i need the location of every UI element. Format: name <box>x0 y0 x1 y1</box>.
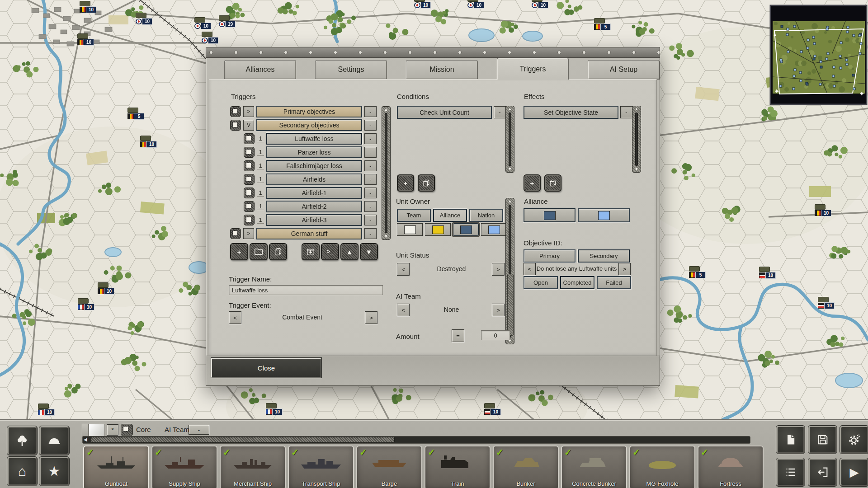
play-button[interactable]: ▶ <box>840 458 868 486</box>
scroll-up-icon[interactable]: ▲ <box>508 198 512 204</box>
terrain-tool-button[interactable] <box>7 426 37 455</box>
unit-card[interactable]: ✓ Bunker <box>493 446 559 488</box>
map-unit-marker[interactable]: 10 <box>194 23 211 29</box>
copy-trigger-button[interactable] <box>269 243 287 260</box>
map-unit-marker[interactable]: 10 <box>38 409 55 415</box>
dialog-tab[interactable]: Settings <box>315 60 387 80</box>
add-trigger-button[interactable]: + <box>230 243 248 260</box>
new-scenario-button[interactable] <box>776 426 805 454</box>
trigger-remove-button[interactable]: - <box>364 147 377 158</box>
owner-color-swatch-button[interactable] <box>481 223 507 236</box>
list-button[interactable] <box>776 458 805 486</box>
owner-color-swatch-button[interactable] <box>453 223 479 236</box>
settings-button[interactable] <box>840 426 868 454</box>
map-unit-marker[interactable]: 10 <box>98 288 114 294</box>
unit-owner-mode-button[interactable]: Nation <box>469 209 503 222</box>
flags-tool-button[interactable]: ★ <box>39 457 69 486</box>
trigger-remove-button[interactable]: - <box>364 174 377 185</box>
unit-card[interactable]: ✓ Barge <box>356 446 422 488</box>
trigger-name-bar[interactable]: German stuff <box>256 228 362 239</box>
ai-team-next-button[interactable]: > <box>492 304 505 316</box>
map-unit-marker[interactable]: 10 <box>77 39 94 45</box>
import-trigger-button[interactable] <box>302 243 320 260</box>
trigger-checkbox[interactable] <box>230 106 241 117</box>
dialog-tab[interactable]: Alliances <box>224 60 296 80</box>
scrollbar-thumb[interactable] <box>507 274 514 336</box>
map-unit-marker[interactable]: 10 <box>140 141 157 147</box>
objective-next-button[interactable]: > <box>618 263 631 275</box>
unit-card[interactable]: ✓ Gunboat <box>83 446 149 488</box>
ai-team-filter-dropdown[interactable]: - <box>189 425 209 435</box>
scroll-down-icon[interactable]: ▼ <box>635 166 639 172</box>
trigger-name-bar[interactable]: Airfields <box>266 174 362 185</box>
trigger-name-bar[interactable]: Airfield-1 <box>266 187 362 199</box>
owner-color-swatch-button[interactable] <box>425 223 451 236</box>
exit-button[interactable] <box>808 458 837 486</box>
ai-team-prev-button[interactable]: < <box>397 304 410 316</box>
map-unit-marker[interactable]: 5 <box>594 23 611 30</box>
alliance-swatch-button[interactable] <box>578 208 630 222</box>
trigger-expand-toggle[interactable]: V <box>243 120 254 131</box>
alliance-swatch-button[interactable] <box>524 208 576 222</box>
add-effect-button[interactable]: + <box>524 174 541 192</box>
trigger-remove-button[interactable]: - <box>364 188 377 198</box>
trigger-checkbox[interactable] <box>244 188 255 198</box>
move-down-button[interactable]: ▼ <box>360 243 378 260</box>
effects-scrollbar[interactable]: ▲ ▼ <box>632 106 641 173</box>
unit-owner-mode-button[interactable]: Alliance <box>433 209 467 222</box>
map-unit-marker[interactable]: 10 <box>78 304 94 310</box>
scroll-down-icon[interactable]: ▼ <box>384 234 388 239</box>
close-button[interactable]: Close <box>211 358 321 378</box>
trigger-remove-button[interactable]: - <box>364 120 377 131</box>
map-unit-marker[interactable]: 10 <box>818 302 835 309</box>
open-folder-button[interactable] <box>250 243 268 260</box>
scroll-up-icon[interactable]: ▲ <box>508 106 512 112</box>
unit-owner-mode-button[interactable]: Team <box>397 209 431 222</box>
trigger-name-bar[interactable]: Airfield-3 <box>266 214 362 226</box>
dialog-tab[interactable]: Mission <box>406 60 478 80</box>
minimap[interactable] <box>770 5 867 104</box>
unit-card[interactable]: ✓ Train <box>425 446 491 488</box>
unit-card[interactable]: ✓ Supply Ship <box>151 446 217 488</box>
scroll-up-icon[interactable]: ▲ <box>635 106 639 112</box>
unit-card[interactable]: ✓ MG Foxhole <box>629 446 695 488</box>
core-checkbox[interactable] <box>121 424 133 436</box>
copy-condition-button[interactable] <box>418 174 435 192</box>
trigger-name-bar[interactable]: Fallschirmjäger loss <box>266 160 362 172</box>
objective-type-button[interactable]: Secondary <box>578 249 630 263</box>
map-unit-marker[interactable]: 10 <box>815 210 831 216</box>
map-unit-marker[interactable]: 10 <box>202 37 218 43</box>
unit-card[interactable]: ✓ Concrete Bunker <box>561 446 627 488</box>
map-unit-marker[interactable]: 5 <box>127 113 144 119</box>
save-button[interactable] <box>808 426 837 454</box>
map-unit-marker[interactable]: 10 <box>80 6 96 13</box>
map-unit-marker[interactable]: 5 <box>689 272 706 278</box>
scroll-up-icon[interactable]: ▲ <box>384 107 388 113</box>
trigger-checkbox[interactable] <box>244 147 255 158</box>
unit-card[interactable]: ✓ Transport Ship <box>288 446 354 488</box>
trigger-checkbox[interactable] <box>244 215 255 225</box>
condition-params-scrollbar[interactable]: ▲ ▼ <box>505 198 514 344</box>
trigger-event-prev-button[interactable]: < <box>229 311 241 324</box>
trigger-remove-button[interactable]: - <box>364 106 377 117</box>
trigger-name-bar[interactable]: Panzer loss <box>266 146 362 158</box>
map-unit-marker[interactable]: 10 <box>136 18 152 24</box>
objective-state-button[interactable]: Completed <box>560 276 594 289</box>
trigger-name-bar[interactable]: Secondary objectives <box>256 119 362 131</box>
unit-status-prev-button[interactable]: < <box>397 263 410 276</box>
amount-operator-button[interactable]: = <box>452 329 464 342</box>
trigger-remove-button[interactable]: - <box>364 215 377 225</box>
trigger-expand-toggle[interactable]: > <box>243 106 254 117</box>
add-condition-button[interactable]: + <box>397 174 414 192</box>
trigger-expand-toggle[interactable]: > <box>243 228 254 239</box>
objective-prev-button[interactable]: < <box>524 263 536 275</box>
effect-item-bar[interactable]: Set Objective State <box>524 106 618 119</box>
trigger-remove-button[interactable]: - <box>364 133 377 144</box>
units-tool-button[interactable] <box>39 426 69 455</box>
trigger-checkbox[interactable] <box>230 228 241 239</box>
script-button[interactable]: >_ <box>321 243 339 260</box>
map-unit-marker[interactable]: 19 <box>219 21 236 27</box>
trigger-list-scrollbar[interactable]: ▲ ▼ <box>382 106 391 240</box>
scroll-left-icon[interactable]: ◀ <box>84 437 87 442</box>
objective-state-button[interactable]: Open <box>524 276 558 289</box>
